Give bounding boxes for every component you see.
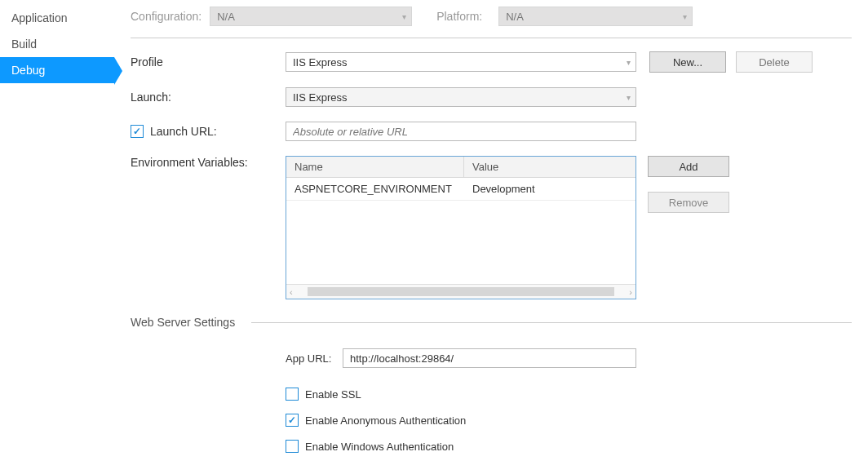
chevron-down-icon: ▾ [627, 58, 631, 67]
sidebar-item-application[interactable]: Application [0, 5, 114, 31]
env-remove-button[interactable]: Remove [648, 192, 729, 213]
enable-win-row: Enable Windows Authentication [286, 440, 852, 453]
launch-url-label-wrap: Launch URL: [131, 125, 286, 138]
launch-row: Launch: IIS Express ▾ [131, 87, 852, 107]
app-url-input[interactable] [343, 348, 636, 368]
enable-ssl-label: Enable SSL [305, 388, 361, 401]
env-scrollbar[interactable]: ‹ › [286, 284, 636, 299]
launch-value: IIS Express [293, 91, 347, 104]
enable-win-label: Enable Windows Authentication [305, 441, 454, 453]
env-block: Name Value ASPNETCORE_ENVIRONMENT Develo… [286, 156, 729, 299]
launch-url-input[interactable] [286, 122, 636, 141]
launch-dropdown[interactable]: IIS Express ▾ [286, 87, 636, 107]
chevron-down-icon: ▾ [683, 12, 687, 21]
delete-profile-button[interactable]: Delete [736, 51, 813, 73]
enable-ssl-checkbox[interactable] [286, 388, 299, 401]
launch-url-checkbox[interactable] [131, 125, 144, 138]
divider [131, 38, 852, 38]
env-table-header: Name Value [286, 157, 636, 178]
configuration-label: Configuration: [131, 10, 202, 23]
env-col-name: Name [286, 157, 464, 177]
chevron-down-icon: ▾ [402, 12, 406, 21]
env-row: Environment Variables: Name Value ASPNET… [131, 156, 852, 299]
sidebar-item-label: Build [11, 38, 37, 51]
scroll-left-icon[interactable]: ‹ [290, 287, 293, 297]
app-url-label: App URL: [286, 352, 343, 365]
configuration-row: Configuration: N/A ▾ Platform: N/A ▾ [131, 7, 852, 26]
sidebar-item-label: Application [11, 11, 68, 24]
webserver-heading: Web Server Settings [131, 316, 235, 329]
sidebar: Application Build Debug [0, 0, 114, 474]
main-panel: Configuration: N/A ▾ Platform: N/A ▾ Pro… [114, 0, 868, 474]
profile-dropdown[interactable]: IIS Express ▾ [286, 52, 636, 72]
sidebar-item-build[interactable]: Build [0, 31, 114, 57]
launch-url-label: Launch URL: [150, 125, 217, 138]
platform-label: Platform: [436, 10, 482, 23]
configuration-value: N/A [217, 11, 235, 23]
sidebar-item-debug[interactable]: Debug [0, 57, 114, 83]
env-buttons: Add Remove [648, 156, 729, 213]
profile-label: Profile [131, 55, 286, 69]
env-add-button[interactable]: Add [648, 156, 729, 177]
env-table-body: ASPNETCORE_ENVIRONMENT Development [286, 178, 636, 284]
enable-anon-label: Enable Anonymous Authentication [305, 414, 466, 427]
new-profile-button[interactable]: New... [649, 51, 726, 73]
profile-row: Profile IIS Express ▾ New... Delete [131, 51, 852, 73]
env-cell-value: Development [464, 178, 636, 200]
env-cell-name: ASPNETCORE_ENVIRONMENT [286, 178, 464, 200]
env-table[interactable]: Name Value ASPNETCORE_ENVIRONMENT Develo… [286, 156, 636, 299]
chevron-down-icon: ▾ [627, 93, 631, 102]
enable-anon-checkbox[interactable] [286, 414, 299, 427]
profile-value: IIS Express [293, 56, 347, 69]
divider [251, 322, 852, 323]
sidebar-item-label: Debug [11, 64, 45, 77]
launch-label: Launch: [131, 91, 286, 104]
enable-ssl-row: Enable SSL [286, 388, 852, 401]
launch-url-row: Launch URL: [131, 122, 852, 141]
enable-anon-row: Enable Anonymous Authentication [286, 414, 852, 427]
env-col-value: Value [464, 157, 636, 177]
scrollbar-thumb[interactable] [308, 287, 614, 296]
platform-value: N/A [506, 11, 524, 23]
app-url-row: App URL: [286, 348, 852, 368]
scroll-right-icon[interactable]: › [629, 287, 632, 297]
enable-win-checkbox[interactable] [286, 440, 299, 453]
env-label: Environment Variables: [131, 156, 286, 169]
platform-dropdown: N/A ▾ [498, 7, 693, 26]
configuration-dropdown: N/A ▾ [210, 7, 412, 26]
webserver-section-header: Web Server Settings [131, 316, 852, 329]
env-table-row[interactable]: ASPNETCORE_ENVIRONMENT Development [286, 178, 636, 201]
